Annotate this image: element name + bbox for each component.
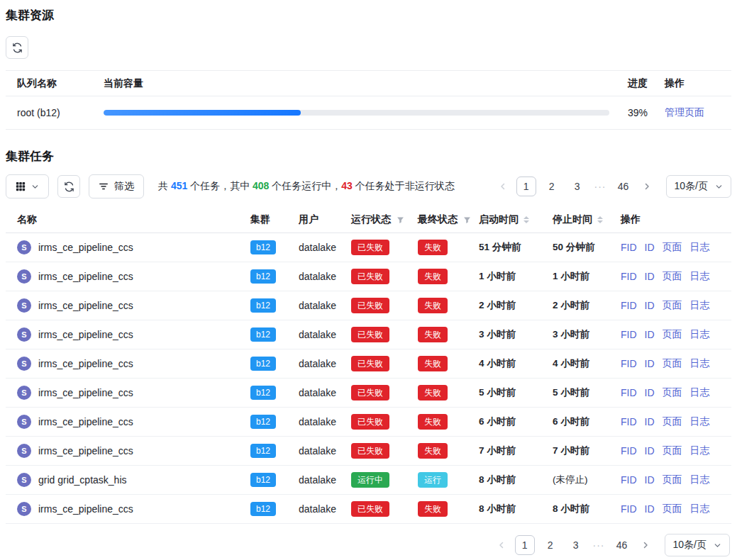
start-time: 8 小时前	[479, 474, 553, 486]
pagination-page-2[interactable]: 2	[541, 535, 560, 555]
start-time: 1 小时前	[479, 270, 553, 283]
summary-text: 个任务，其中	[187, 180, 253, 191]
task-name: irms_ce_pipeline_ccs	[38, 387, 133, 398]
task-name: irms_ce_pipeline_ccs	[38, 271, 133, 282]
task-action-link[interactable]: 日志	[690, 444, 710, 457]
pagination: 123···4610条/页	[495, 175, 731, 198]
task-action-link[interactable]: FID	[621, 503, 637, 515]
task-action-link[interactable]: ID	[645, 300, 655, 311]
task-action-link[interactable]: 页面	[663, 270, 682, 283]
final-status-badge: 失败	[418, 298, 448, 313]
final-status-badge: 失败	[418, 414, 448, 430]
task-action-link[interactable]: ID	[645, 416, 655, 427]
stop-time: 5 小时前	[553, 386, 621, 399]
table-row: S irms_ce_pipeline_ccs b12 datalake 已失败 …	[6, 495, 731, 524]
task-action-link[interactable]: FID	[621, 329, 637, 340]
task-action-link[interactable]: FID	[621, 474, 637, 486]
task-action-link[interactable]: 页面	[663, 474, 682, 486]
stop-time: 2 小时前	[553, 299, 621, 312]
task-action-link[interactable]: FID	[621, 416, 637, 427]
pagination: 123···4610条/页	[494, 534, 730, 556]
chevron-down-icon	[714, 542, 721, 549]
cluster-resources-title: 集群资源	[6, 7, 731, 23]
queue-row: root (b12) 39% 管理页面	[6, 96, 731, 130]
start-time-sort-icon[interactable]	[523, 216, 529, 223]
pagination-next-button[interactable]	[639, 182, 655, 191]
task-action-link[interactable]: 日志	[690, 415, 710, 428]
run-status-badge: 已失败	[351, 298, 389, 313]
pagination-prev-button[interactable]	[495, 182, 511, 191]
final-status-filter-icon[interactable]	[463, 216, 471, 224]
pagination-next-button[interactable]	[638, 541, 653, 549]
chevron-down-icon	[31, 183, 39, 191]
task-action-link[interactable]: ID	[645, 358, 655, 369]
task-action-link[interactable]: FID	[621, 445, 637, 457]
resources-refresh-button[interactable]	[6, 36, 28, 59]
tasks-refresh-button[interactable]	[57, 175, 80, 198]
start-time: 6 小时前	[479, 415, 553, 428]
task-action-link[interactable]: 页面	[663, 299, 682, 312]
task-action-link[interactable]: 页面	[663, 328, 682, 341]
task-action-link[interactable]: 日志	[690, 386, 710, 399]
task-action-link[interactable]: 页面	[663, 241, 682, 254]
pagination-page-1[interactable]: 1	[516, 177, 536, 196]
final-status-badge: 失败	[418, 327, 448, 342]
task-action-link[interactable]: 页面	[663, 386, 682, 399]
task-user: datalake	[299, 503, 351, 515]
manage-page-link[interactable]: 管理页面	[665, 106, 704, 118]
task-action-link[interactable]: 日志	[690, 270, 710, 283]
task-action-link[interactable]: FID	[621, 358, 637, 369]
task-action-link[interactable]: 日志	[690, 241, 710, 254]
run-status-filter-icon[interactable]	[397, 216, 404, 224]
table-row: S irms_ce_pipeline_ccs b12 datalake 已失败 …	[6, 437, 731, 466]
task-action-link[interactable]: FID	[621, 271, 637, 282]
task-actions: FIDID页面日志	[621, 270, 720, 283]
task-action-link[interactable]: ID	[645, 503, 655, 515]
task-actions: FIDID页面日志	[621, 357, 720, 370]
summary-text: 个任务运行中，	[269, 180, 341, 191]
task-action-link[interactable]: 页面	[663, 444, 682, 457]
summary-text: 共	[158, 180, 171, 191]
task-action-link[interactable]: FID	[621, 242, 637, 253]
task-type-icon: S	[17, 357, 31, 371]
task-action-link[interactable]: ID	[645, 329, 655, 340]
task-action-link[interactable]: FID	[621, 387, 637, 398]
actions-column-header: 操作	[665, 77, 720, 90]
page-size-select[interactable]: 10条/页	[665, 534, 730, 556]
task-action-link[interactable]: ID	[645, 387, 655, 398]
task-action-link[interactable]: 日志	[690, 328, 710, 341]
run-status-badge: 已失败	[351, 269, 389, 284]
task-action-link[interactable]: 日志	[690, 503, 710, 515]
task-action-link[interactable]: ID	[645, 242, 655, 253]
task-action-link[interactable]: 日志	[690, 299, 710, 312]
pagination-page-2[interactable]: 2	[542, 177, 562, 196]
task-action-link[interactable]: ID	[645, 474, 655, 486]
chevron-down-icon	[715, 183, 723, 191]
task-type-icon: S	[17, 240, 31, 254]
stop-time-sort-icon[interactable]	[597, 216, 603, 223]
task-action-link[interactable]: 页面	[663, 357, 682, 370]
pagination-page-3[interactable]: 3	[566, 535, 586, 555]
task-type-icon: S	[17, 444, 31, 458]
task-action-link[interactable]: ID	[645, 445, 655, 457]
total-task-count: 451	[171, 180, 187, 191]
pagination-page-1[interactable]: 1	[515, 535, 535, 555]
task-user: datalake	[299, 300, 351, 311]
task-action-link[interactable]: FID	[621, 300, 637, 311]
pagination-page-46[interactable]: 46	[614, 177, 633, 196]
tasks-toolbar: 筛选 共 451 个任务，其中 408 个任务运行中，43 个任务处于非运行状态…	[6, 174, 731, 198]
task-action-link[interactable]: 日志	[690, 357, 710, 370]
table-row: S irms_ce_pipeline_ccs b12 datalake 已失败 …	[6, 379, 731, 408]
pagination-page-46[interactable]: 46	[612, 535, 632, 555]
task-type-icon: S	[17, 502, 31, 516]
table-row: S irms_ce_pipeline_ccs b12 datalake 已失败 …	[6, 320, 731, 349]
filter-button[interactable]: 筛选	[89, 174, 144, 198]
pagination-prev-button[interactable]	[494, 541, 509, 549]
page-size-select[interactable]: 10条/页	[666, 175, 731, 198]
view-mode-dropdown-button[interactable]	[6, 174, 49, 198]
pagination-page-3[interactable]: 3	[567, 177, 587, 196]
task-action-link[interactable]: 页面	[663, 415, 682, 428]
task-action-link[interactable]: 日志	[690, 474, 710, 486]
task-action-link[interactable]: 页面	[663, 503, 682, 515]
task-action-link[interactable]: ID	[645, 271, 655, 282]
